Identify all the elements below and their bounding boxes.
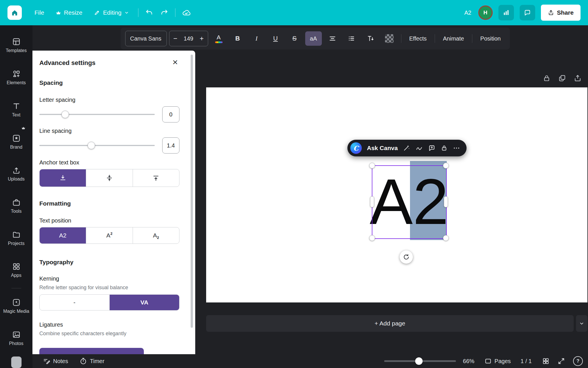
redo-button[interactable]: [157, 5, 172, 20]
undo-button[interactable]: [142, 5, 157, 20]
resize-handle-right[interactable]: [444, 196, 448, 207]
kerning-label: Kerning: [39, 275, 59, 282]
zoom-level[interactable]: 66%: [463, 358, 474, 365]
text-position-normal-button[interactable]: A2: [40, 227, 86, 244]
move-page-button[interactable]: [574, 74, 582, 82]
typography-heading: Typography: [39, 259, 74, 266]
lock-page-button[interactable]: [543, 74, 551, 82]
letter-spacing-value[interactable]: 0: [162, 106, 179, 122]
draw-button[interactable]: [415, 144, 423, 152]
elements-icon: [12, 70, 21, 78]
italic-button[interactable]: I: [248, 31, 265, 46]
pages-toggle[interactable]: Pages: [485, 358, 511, 365]
sidebar-item-photos[interactable]: Photos: [0, 322, 32, 354]
spacing-heading: Spacing: [39, 79, 63, 86]
fullscreen-button[interactable]: [558, 357, 565, 365]
sidebar-item-brand[interactable]: Brand: [0, 126, 32, 158]
editing-mode-menu[interactable]: Editing: [88, 5, 135, 21]
rotate-icon: [403, 254, 410, 260]
rail-next-item-partial[interactable]: [11, 356, 22, 368]
sidebar-item-uploads[interactable]: Uploads: [0, 158, 32, 190]
text-case-button[interactable]: aA: [305, 31, 322, 46]
anchor-middle-button[interactable]: [86, 169, 132, 187]
line-spacing-slider[interactable]: [39, 142, 155, 149]
zoom-knob[interactable]: [415, 357, 423, 365]
resize-handle-top-left[interactable]: [369, 163, 375, 168]
share-button[interactable]: Share: [541, 5, 581, 21]
transparency-button[interactable]: [381, 31, 398, 46]
grid-view-button[interactable]: [542, 357, 550, 365]
list-button[interactable]: [343, 31, 360, 46]
text-position-subscript-button[interactable]: A2: [133, 227, 179, 244]
anchor-top-button[interactable]: [133, 169, 179, 187]
tools-icon: [12, 198, 21, 207]
slider-track[interactable]: [39, 114, 155, 115]
insights-button[interactable]: [498, 5, 514, 20]
close-panel-button[interactable]: ×: [170, 57, 180, 67]
kerning-on-button[interactable]: VA: [109, 295, 179, 310]
position-button[interactable]: Position: [476, 31, 505, 46]
magic-edit-button[interactable]: [403, 144, 410, 152]
anchor-bottom-button[interactable]: [40, 169, 86, 187]
ligatures-toggle-partial[interactable]: [39, 348, 144, 354]
zoom-slider[interactable]: [384, 357, 456, 365]
line-spacing-value[interactable]: 1.4: [162, 137, 179, 154]
slider-track[interactable]: [39, 145, 155, 146]
ellipsis-icon: [453, 144, 460, 152]
lock-element-button[interactable]: [441, 145, 448, 152]
sidebar-item-text[interactable]: Text: [0, 93, 32, 126]
kerning-toggle-group: - VA: [39, 294, 179, 310]
squiggle-icon: [415, 144, 423, 152]
bold-button[interactable]: B: [229, 31, 246, 46]
slider-knob[interactable]: [88, 142, 95, 149]
panel-scrollbar[interactable]: [191, 55, 193, 328]
timer-button[interactable]: Timer: [80, 357, 104, 365]
page-actions: [543, 74, 582, 82]
resize-handle-left[interactable]: [370, 196, 374, 207]
file-menu[interactable]: File: [29, 5, 50, 21]
sidebar-item-projects[interactable]: Projects: [0, 222, 32, 254]
notes-button[interactable]: Notes: [43, 357, 68, 365]
ask-canva-button[interactable]: Ask Canva: [367, 145, 398, 152]
font-size-increase-button[interactable]: +: [196, 34, 208, 43]
home-button[interactable]: [7, 5, 22, 20]
comments-button[interactable]: [520, 5, 535, 20]
animate-button[interactable]: Animate: [438, 31, 469, 46]
strikethrough-button[interactable]: S: [286, 31, 303, 46]
sidebar-item-tools[interactable]: Tools: [0, 190, 32, 222]
resize-handle-top-right[interactable]: [443, 163, 449, 168]
user-avatar[interactable]: H: [478, 5, 493, 20]
alignment-button[interactable]: [324, 31, 341, 46]
close-icon: ×: [173, 57, 178, 68]
slider-knob[interactable]: [61, 111, 69, 118]
underline-button[interactable]: U: [267, 31, 284, 46]
sidebar-item-magic-media[interactable]: Magic Media: [0, 290, 32, 322]
chevron-down-icon: [124, 10, 129, 15]
text-color-button[interactable]: A: [210, 31, 227, 46]
font-size-value[interactable]: 149: [181, 35, 196, 42]
add-page-dropdown-button[interactable]: [576, 315, 587, 332]
text-format-toolbar: Canva Sans − 149 + A B I U S aA Effects …: [121, 28, 510, 49]
canva-assistant-logo: C: [350, 142, 362, 154]
resize-handle-bottom-left[interactable]: [369, 235, 375, 241]
help-button[interactable]: ?: [573, 356, 583, 366]
kerning-off-button[interactable]: -: [40, 295, 109, 310]
sidebar-item-elements[interactable]: Elements: [0, 62, 32, 94]
add-page-button[interactable]: + Add page: [206, 315, 574, 332]
more-options-button[interactable]: [453, 144, 460, 152]
add-comment-button[interactable]: [428, 144, 436, 152]
duplicate-page-button[interactable]: [558, 74, 566, 82]
sidebar-item-apps[interactable]: Apps: [0, 254, 32, 286]
vertical-text-button[interactable]: [362, 31, 379, 46]
font-selector[interactable]: Canva Sans: [125, 31, 167, 46]
sidebar-item-templates[interactable]: Templates: [0, 29, 32, 62]
font-size-decrease-button[interactable]: −: [169, 34, 181, 43]
resize-button[interactable]: Resize: [50, 5, 88, 21]
resize-handle-bottom-right[interactable]: [443, 235, 449, 241]
rotate-handle[interactable]: [400, 250, 413, 264]
text-position-group: A2 A2 A2: [39, 227, 179, 244]
effects-button[interactable]: Effects: [405, 31, 431, 46]
anchor-text-box-label: Anchor text box: [39, 159, 79, 166]
text-position-superscript-button[interactable]: A2: [86, 227, 132, 244]
letter-spacing-slider[interactable]: [39, 111, 155, 118]
